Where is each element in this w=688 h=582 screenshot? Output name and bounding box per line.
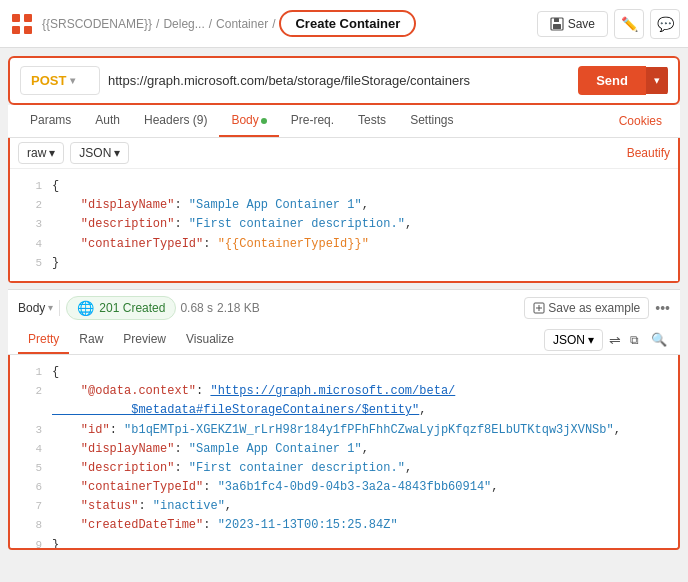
search-icon[interactable]: 🔍 — [648, 329, 670, 350]
tab-params[interactable]: Params — [18, 105, 83, 137]
format-raw-select[interactable]: raw ▾ — [18, 142, 64, 164]
body-response-chevron-icon: ▾ — [48, 302, 53, 313]
code-line-4: 4 "containerTypeId": "{{ContainerTypeId}… — [10, 235, 678, 254]
url-input[interactable] — [108, 73, 570, 88]
request-code-editor[interactable]: 1 { 2 "displayName": "Sample App Contain… — [10, 169, 678, 281]
status-badge[interactable]: 🌐 201 Created — [66, 296, 176, 320]
beautify-button[interactable]: Beautify — [627, 146, 670, 160]
resp-line-3: 3 "id": "b1qEMTpi-XGEKZ1W_rLrH98r184y1fP… — [10, 421, 678, 440]
format-json-chevron-icon: ▾ — [114, 146, 120, 160]
edit-button[interactable]: ✏️ — [614, 9, 644, 39]
breadcrumb-item-2[interactable]: Deleg... — [163, 17, 204, 31]
globe-icon: 🌐 — [77, 300, 94, 316]
code-line-5: 5 } — [10, 254, 678, 273]
more-options-button[interactable]: ••• — [655, 300, 670, 316]
copy-icon[interactable]: ⧉ — [627, 330, 642, 350]
response-tabs-left: Pretty Raw Preview Visualize — [18, 326, 244, 354]
request-bar: POST ▾ Send ▾ — [8, 56, 680, 105]
tab-auth[interactable]: Auth — [83, 105, 132, 137]
resp-line-5: 5 "description": "First container descri… — [10, 459, 678, 478]
method-select[interactable]: POST ▾ — [20, 66, 100, 95]
tab-settings[interactable]: Settings — [398, 105, 465, 137]
top-bar-actions: Save ✏️ 💬 — [537, 9, 680, 39]
svg-rect-5 — [553, 24, 561, 29]
resp-tab-visualize[interactable]: Visualize — [176, 326, 244, 354]
send-button-group: Send ▾ — [578, 66, 668, 95]
resp-line-2: 2 "@odata.context": "https://graph.micro… — [10, 382, 678, 420]
response-time: 0.68 s — [180, 301, 213, 315]
svg-rect-2 — [12, 26, 20, 34]
format-raw-label: raw — [27, 146, 46, 160]
resp-tab-preview[interactable]: Preview — [113, 326, 176, 354]
response-format-select[interactable]: JSON ▾ — [544, 329, 603, 351]
response-size: 2.18 KB — [217, 301, 260, 315]
save-button[interactable]: Save — [537, 11, 608, 37]
resp-line-7: 7 "status": "inactive", — [10, 497, 678, 516]
send-main-button[interactable]: Send — [578, 66, 646, 95]
tab-tests[interactable]: Tests — [346, 105, 398, 137]
response-code-editor: 1 { 2 "@odata.context": "https://graph.m… — [10, 355, 678, 550]
cookies-link[interactable]: Cookies — [611, 106, 670, 136]
code-line-3: 3 "description": "First container descri… — [10, 215, 678, 234]
breadcrumb: {{SRSCODENAME}} / Deleg... / Container /… — [42, 10, 531, 37]
method-chevron-icon: ▾ — [70, 75, 75, 86]
comment-button[interactable]: 💬 — [650, 9, 680, 39]
svg-rect-6 — [554, 18, 559, 22]
svg-rect-0 — [12, 14, 20, 22]
editor-toolbar-left: raw ▾ JSON ▾ — [18, 142, 129, 164]
response-format-chevron-icon: ▾ — [588, 333, 594, 347]
resp-line-9: 9 } — [10, 536, 678, 550]
top-bar: {{SRSCODENAME}} / Deleg... / Container /… — [0, 0, 688, 48]
send-dropdown-button[interactable]: ▾ — [646, 67, 668, 94]
breadcrumb-item-3[interactable]: Container — [216, 17, 268, 31]
resp-line-1: 1 { — [10, 363, 678, 382]
body-response-select[interactable]: Body ▾ — [18, 301, 53, 315]
resp-tab-pretty[interactable]: Pretty — [18, 326, 69, 354]
response-format-label: JSON — [553, 333, 585, 347]
app-logo — [8, 10, 36, 38]
body-editor: raw ▾ JSON ▾ Beautify 1 { 2 "displayName… — [8, 138, 680, 283]
tab-headers[interactable]: Headers (9) — [132, 105, 219, 137]
resp-line-8: 8 "createdDateTime": "2023-11-13T00:15:2… — [10, 516, 678, 535]
svg-rect-3 — [24, 26, 32, 34]
divider-1 — [59, 300, 60, 316]
response-bar-right: Save as example ••• — [524, 297, 670, 319]
response-editor[interactable]: 1 { 2 "@odata.context": "https://graph.m… — [8, 355, 680, 550]
filter-icon[interactable]: ⇌ — [609, 332, 621, 348]
save-label: Save — [568, 17, 595, 31]
body-response-label: Body — [18, 301, 45, 315]
save-example-label: Save as example — [548, 301, 640, 315]
svg-rect-1 — [24, 14, 32, 22]
response-tabs-bar: Pretty Raw Preview Visualize JSON ▾ ⇌ ⧉ … — [8, 326, 680, 355]
resp-tab-raw[interactable]: Raw — [69, 326, 113, 354]
status-code: 201 Created — [99, 301, 165, 315]
request-tabs-bar: Params Auth Headers (9) Body Pre-req. Te… — [8, 105, 680, 138]
method-label: POST — [31, 73, 66, 88]
format-json-select[interactable]: JSON ▾ — [70, 142, 129, 164]
breadcrumb-item-1[interactable]: {{SRSCODENAME}} — [42, 17, 152, 31]
format-raw-chevron-icon: ▾ — [49, 146, 55, 160]
response-bar: Body ▾ 🌐 201 Created 0.68 s 2.18 KB Save… — [8, 289, 680, 326]
format-json-label: JSON — [79, 146, 111, 160]
response-tabs-right: JSON ▾ ⇌ ⧉ 🔍 — [544, 329, 670, 351]
request-tabs-left: Params Auth Headers (9) Body Pre-req. Te… — [18, 105, 465, 137]
resp-line-4: 4 "displayName": "Sample App Container 1… — [10, 440, 678, 459]
code-line-1: 1 { — [10, 177, 678, 196]
save-example-button[interactable]: Save as example — [524, 297, 649, 319]
tab-prereq[interactable]: Pre-req. — [279, 105, 346, 137]
tab-body[interactable]: Body — [219, 105, 278, 137]
resp-line-6: 6 "containerTypeId": "3a6b1fc4-0bd9-04b3… — [10, 478, 678, 497]
code-line-2: 2 "displayName": "Sample App Container 1… — [10, 196, 678, 215]
response-bar-left: Body ▾ 🌐 201 Created 0.68 s 2.18 KB — [18, 296, 260, 320]
active-tab-label[interactable]: Create Container — [279, 10, 416, 37]
editor-toolbar: raw ▾ JSON ▾ Beautify — [10, 138, 678, 169]
